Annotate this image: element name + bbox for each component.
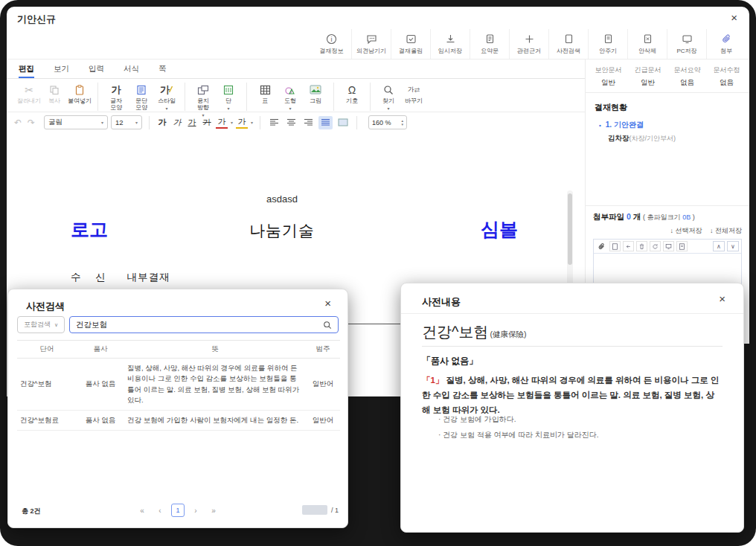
underline-button[interactable]: 가 — [186, 117, 198, 128]
strikethrough-button[interactable]: 가 — [201, 117, 213, 128]
next-page-button[interactable]: › — [189, 504, 202, 517]
pc-save-button[interactable]: PC저장 — [667, 29, 706, 59]
move-up-button[interactable]: ∧ — [713, 241, 725, 251]
style-button[interactable]: 가 스타일 ▾ — [154, 83, 179, 111]
approval-info-button[interactable]: i 결재정보 — [312, 29, 351, 59]
highlight-color-button[interactable]: 가 — [236, 116, 248, 129]
chevron-down-icon[interactable]: ▾ — [251, 120, 253, 125]
draft-delete-button[interactable]: 안삭제 — [627, 29, 667, 59]
para-shape-icon — [136, 83, 147, 96]
file-add-icon[interactable] — [609, 241, 621, 251]
dictionary-search-button[interactable]: 사전검색 — [548, 29, 588, 59]
approval-step[interactable]: •1. 기안완결 — [599, 120, 749, 130]
submit-approval-button[interactable]: 결재올림 — [391, 29, 430, 59]
file-doc-icon[interactable] — [676, 241, 688, 251]
approver-dept: (차장/기안부서) — [630, 135, 676, 142]
copy-button[interactable]: 복사 — [42, 83, 67, 104]
font-color-button[interactable]: 가 — [216, 116, 228, 129]
dictionary-search-popup: 사전검색 × 포함검색∨ 건강보험 단어 품사 뜻 범주 건 — [7, 289, 348, 528]
close-icon[interactable]: × — [719, 292, 725, 305]
draft-give-button[interactable]: 안주기 — [588, 29, 627, 59]
columns-icon — [223, 83, 234, 96]
para-shape-button[interactable]: 문단 모양 — [129, 83, 154, 111]
undo-icon[interactable]: ↶ — [13, 118, 23, 128]
align-left-button[interactable] — [267, 116, 281, 129]
style-icon: 가 — [160, 83, 173, 96]
align-center-button[interactable] — [284, 116, 298, 129]
current-page-button[interactable]: 1 — [171, 504, 185, 517]
font-size-select[interactable]: 12▾ — [111, 115, 142, 129]
related-basis-button[interactable]: 관련근거 — [509, 29, 548, 59]
pagination: « ‹ 1 › » — [135, 504, 220, 517]
tab-format[interactable]: 서식 — [124, 64, 139, 78]
paper-orientation-button[interactable]: 용지 방향 ▾ — [190, 83, 216, 118]
first-page-button[interactable]: « — [135, 504, 149, 517]
tab-edit[interactable]: 편집 — [19, 64, 34, 78]
tab-page[interactable]: 쪽 — [158, 64, 167, 78]
attach-button[interactable]: 첨부 — [706, 29, 746, 59]
paper-orientation-icon — [197, 83, 209, 96]
replace-button[interactable]: 가⇄ 바꾸기 — [401, 83, 426, 104]
urgent-doc-status[interactable]: 긴급문서 일반 — [628, 65, 667, 88]
search-filter-select[interactable]: 포함검색∨ — [17, 316, 65, 333]
italic-button[interactable]: 가 — [171, 117, 183, 128]
leave-comment-button[interactable]: 의견남기기 — [351, 29, 391, 59]
download-icon: ↓ — [710, 227, 714, 234]
monitor-icon[interactable] — [663, 241, 674, 251]
symbol-button[interactable]: Ω 기호 — [339, 83, 365, 104]
window-header: 기안신규 × — [7, 7, 749, 29]
example-line: · 건강 보험에 가입하다. — [438, 411, 599, 427]
part-of-speech: 「품사 없음」 — [422, 355, 478, 367]
move-down-button[interactable]: ∨ — [727, 241, 739, 251]
columns-button[interactable]: 단 ▾ — [216, 83, 241, 111]
file-undo-icon[interactable] — [623, 241, 634, 251]
find-button[interactable]: 찾기 ▾ — [376, 83, 401, 111]
tab-view[interactable]: 보기 — [54, 64, 69, 78]
close-icon[interactable]: × — [731, 11, 737, 24]
bold-button[interactable]: 가 — [156, 117, 168, 128]
char-shape-icon: 가 — [112, 83, 121, 96]
table-row[interactable]: 건강^보험 품사 없음 질병, 상해, 사망, 해산 따위의 경우에 의료를 위… — [17, 359, 340, 411]
chevron-down-icon: ▾ — [165, 106, 167, 111]
scrollbar-thumb[interactable] — [568, 193, 572, 265]
info-circle-icon: i — [326, 33, 337, 45]
cut-button[interactable]: ✂ 잘라내기 — [16, 83, 42, 104]
search-icon — [323, 321, 332, 330]
security-doc-status[interactable]: 보안문서 일반 — [589, 65, 628, 88]
chevron-down-icon: ▾ — [289, 106, 291, 111]
total-count: 총 2건 — [22, 507, 41, 516]
shapes-button[interactable]: 도형 ▾ — [278, 83, 303, 111]
zoom-level-control[interactable]: 160 % ▴▾ — [368, 115, 407, 129]
prev-page-button[interactable]: ‹ — [153, 504, 167, 517]
page-jump: / 1 — [302, 505, 339, 515]
picture-button[interactable]: 그림 — [303, 83, 328, 104]
last-page-button[interactable]: » — [207, 504, 220, 517]
zoom-stepper[interactable]: ▴▾ — [402, 119, 404, 126]
trash-icon[interactable] — [636, 241, 647, 251]
align-justify-button[interactable] — [318, 116, 333, 129]
refresh-icon[interactable] — [650, 241, 661, 251]
paste-button[interactable]: 붙여넣기 — [67, 83, 92, 104]
font-name-select[interactable]: 굴림▾ — [44, 115, 108, 129]
close-icon[interactable]: × — [324, 297, 331, 309]
save-selected-link[interactable]: ↓ 선택저장 — [670, 227, 702, 234]
temp-save-button[interactable]: 임시저장 — [430, 29, 470, 59]
search-input[interactable]: 건강보험 — [69, 316, 339, 333]
doc-summary-status[interactable]: 문서요약 없음 — [667, 65, 707, 88]
tab-insert[interactable]: 입력 — [89, 64, 104, 78]
page-fit-button[interactable] — [336, 116, 350, 129]
summary-button[interactable]: 요약문 — [470, 29, 509, 59]
table-button[interactable]: 표 — [252, 83, 278, 104]
redo-icon[interactable]: ↷ — [26, 118, 36, 128]
table-icon — [260, 83, 271, 96]
monitor-save-icon — [682, 33, 693, 45]
dictionary-results-table: 단어 품사 뜻 범주 건강^보험 품사 없음 질병, 상해, 사망, 해산 따위… — [17, 340, 340, 431]
save-all-link[interactable]: ↓ 전체저장 — [710, 227, 742, 234]
chevron-down-icon[interactable]: ▾ — [231, 120, 233, 125]
table-row[interactable]: 건강^보험료 품사 없음 건강 보험에 가입한 사람이 보험자에게 내는 일정한… — [17, 411, 340, 431]
replace-icon: 가⇄ — [408, 83, 420, 96]
doc-edit-status[interactable]: 문서수정 없음 — [707, 65, 746, 88]
page-input[interactable] — [302, 505, 327, 515]
align-right-button[interactable] — [301, 116, 315, 129]
char-shape-button[interactable]: 가 글자 모양 — [103, 83, 129, 111]
